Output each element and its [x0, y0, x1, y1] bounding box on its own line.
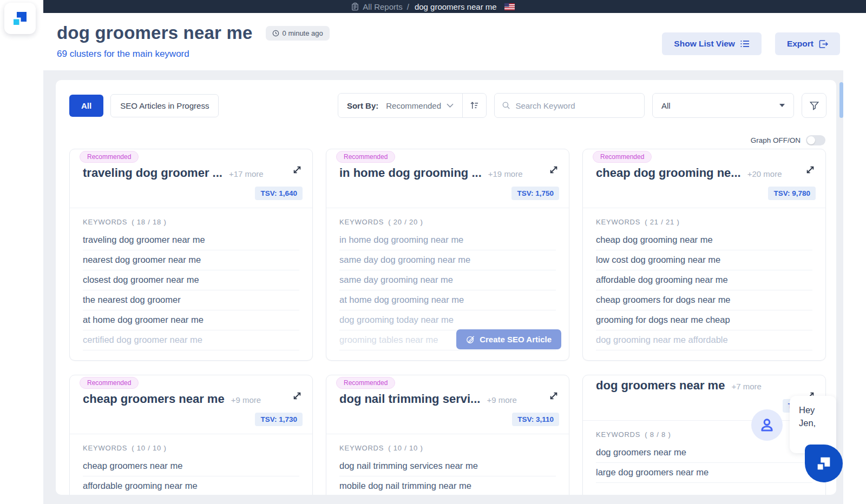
keyword-item: nearest dog groomer near me: [83, 250, 299, 270]
keywords-count: ( 20 / 20 ): [388, 218, 423, 226]
graph-toggle-row: Graph OFF/ON: [751, 135, 825, 145]
export-button[interactable]: Export: [775, 32, 840, 55]
keyword-item: low cost dog grooming near me: [596, 250, 812, 270]
cluster-title: cheap dog grooming ne...: [596, 166, 741, 180]
keywords-count: ( 18 / 18 ): [132, 218, 166, 226]
keyword-item: large dog groomers near me: [596, 463, 812, 483]
assistant-avatar[interactable]: [751, 409, 783, 441]
tsv-badge: TSV: 3,110: [512, 413, 559, 426]
app-logo[interactable]: [4, 3, 36, 34]
export-icon: [819, 40, 828, 48]
sort-by-value: Recommended: [386, 101, 441, 110]
tsv-badge: TSV: 9,780: [768, 187, 816, 200]
cluster-title: dog groomers near me: [596, 379, 725, 393]
sort-group: Sort By: Recommended: [338, 93, 487, 118]
keywords-label: KEYWORDS( 20 / 20 ): [339, 218, 556, 226]
page-title: dog groomers near me: [57, 23, 253, 43]
clusters-summary: 69 clusters for the main keyword: [57, 49, 189, 59]
graph-toggle-switch[interactable]: [806, 135, 825, 145]
keyword-list: traveling dog groomer near menearest dog…: [83, 230, 299, 350]
scrollbar-thumb[interactable]: [839, 82, 843, 118]
keyword-list: dog nail trimming services near memobile…: [339, 456, 556, 495]
brand-logo-icon: [10, 9, 30, 28]
breadcrumb-separator: /: [407, 2, 409, 11]
keyword-item: traveling dog groomer near me: [83, 230, 299, 250]
filter-funnel-button[interactable]: [802, 93, 826, 118]
sort-ascending-icon: [470, 101, 479, 110]
expand-icon[interactable]: [292, 164, 303, 175]
cluster-card[interactable]: Recommended in home dog grooming ... +19…: [326, 149, 569, 361]
tsv-badge: TSV: 1,730: [255, 413, 303, 426]
expand-icon[interactable]: [292, 390, 303, 401]
filter-funnel-icon: [809, 101, 819, 111]
keywords-count: ( 10 / 10 ): [132, 444, 166, 452]
keyword-item: the nearest dog groomer: [83, 290, 299, 310]
keyword-item: same day grooming near me: [339, 270, 556, 290]
clipboard-icon: [351, 3, 359, 11]
sort-by-dropdown[interactable]: Sort By: Recommended: [338, 94, 462, 117]
expand-icon[interactable]: [805, 164, 816, 175]
category-select[interactable]: All: [652, 93, 794, 118]
sort-direction-button[interactable]: [462, 94, 486, 117]
pen-icon: [466, 335, 475, 344]
keyword-item: dog grooming today near me: [339, 310, 556, 330]
main-area: All SEO Articles in Progress Sort By: Re…: [43, 70, 866, 504]
recommended-badge: Recommended: [593, 151, 652, 163]
keyword-item: at home dog grooming near me: [339, 290, 556, 310]
expand-icon[interactable]: [548, 164, 559, 175]
create-seo-article-button[interactable]: Create SEO Article: [456, 329, 561, 349]
keyword-item: grooming for dogs near me cheap: [596, 310, 812, 330]
breadcrumb-section-label: All Reports: [363, 2, 402, 11]
cluster-card[interactable]: Recommended traveling dog groomer ... +1…: [69, 149, 313, 361]
cluster-title: dog nail trimming servi...: [339, 392, 480, 406]
filter-all-button[interactable]: All: [69, 95, 103, 117]
keyword-list: cheap dog grooming near melow cost dog g…: [596, 230, 812, 350]
filter-seo-articles-button[interactable]: SEO Articles in Progress: [110, 94, 219, 117]
brand-logo-icon: [815, 454, 833, 473]
keyword-item: dog groomers near me: [596, 443, 812, 463]
chevron-down-icon: [447, 103, 454, 108]
breadcrumb-all-reports[interactable]: All Reports: [351, 2, 402, 11]
list-icon: [740, 40, 750, 48]
keyword-item: cheap dog grooming near me: [596, 230, 812, 250]
keywords-count: ( 8 / 8 ): [645, 430, 671, 439]
keywords-count: ( 21 / 21 ): [645, 218, 679, 226]
toolbar: All SEO Articles in Progress Sort By: Re…: [69, 93, 826, 118]
search-keyword-input[interactable]: [515, 101, 637, 110]
expand-icon[interactable]: [548, 390, 559, 401]
keyword-item: affordable dog grooming near me: [596, 270, 812, 290]
keywords-label: KEYWORDS( 21 / 21 ): [596, 218, 812, 226]
cluster-card[interactable]: Recommended cheap dog grooming ne... +20…: [582, 149, 826, 361]
cluster-card[interactable]: Recommended dog nail trimming servi... +…: [326, 375, 569, 495]
search-icon: [502, 101, 510, 110]
cluster-card[interactable]: Recommended cheap groomers near me +9 mo…: [69, 375, 313, 495]
keyword-item: same day dog grooming near me: [339, 250, 556, 270]
keyword-item: mobile dog nail trimming near me: [339, 476, 556, 495]
category-select-value: All: [661, 101, 671, 110]
show-list-view-button[interactable]: Show List View: [662, 32, 762, 55]
keyword-item: cheap groomers near me: [83, 456, 299, 476]
keyword-item: dog grooming near me affordable: [596, 330, 812, 350]
keyword-list: dog groomers near melarge dog groomers n…: [596, 443, 812, 483]
search-box: [494, 93, 645, 118]
assistant-launcher-button[interactable]: [805, 445, 843, 482]
keyword-item: dog nail trimming services near me: [339, 456, 556, 476]
top-bar: All Reports / dog groomers near me: [0, 0, 866, 13]
keywords-label: KEYWORDS( 18 / 18 ): [83, 218, 299, 226]
more-keywords-count: +9 more: [487, 395, 516, 404]
keyword-item: cheap groomers for dogs near me: [596, 290, 812, 310]
more-keywords-count: +17 more: [229, 169, 264, 178]
content-background: All SEO Articles in Progress Sort By: Re…: [43, 70, 843, 504]
keyword-item: closest dog groomer near me: [83, 270, 299, 290]
more-keywords-count: +9 more: [231, 395, 261, 404]
cluster-title: cheap groomers near me: [83, 392, 225, 406]
clusters-panel: All SEO Articles in Progress Sort By: Re…: [56, 80, 836, 495]
caret-down-icon: [779, 104, 785, 107]
left-sidebar-strip: [0, 0, 43, 504]
recommended-badge: Recommended: [336, 377, 395, 389]
greeting-line1: Hey: [799, 403, 836, 416]
cluster-title: in home dog grooming ...: [339, 166, 482, 180]
greeting-line2: Jen,: [799, 416, 836, 429]
page-header: dog groomers near me 0 minute ago 69 clu…: [43, 13, 866, 70]
keyword-item: in home dog grooming near me: [339, 230, 556, 250]
